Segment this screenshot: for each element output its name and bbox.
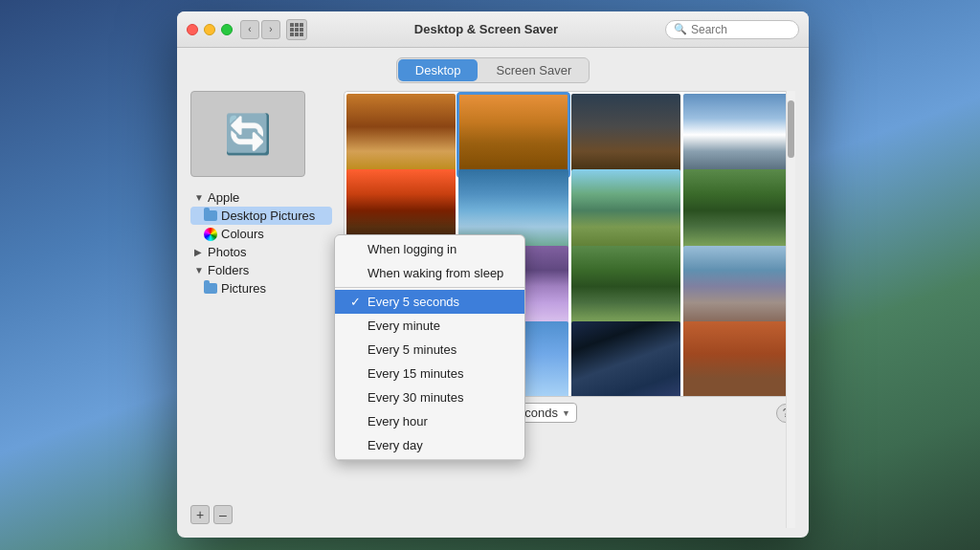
dropdown-item-5min[interactable]: Every 5 minutes — [335, 338, 524, 362]
close-button[interactable] — [187, 24, 198, 35]
search-icon: 🔍 — [674, 23, 687, 35]
dropdown-item-15min[interactable]: Every 15 minutes — [335, 362, 524, 385]
traffic-lights — [187, 24, 233, 35]
dropdown-item-30min[interactable]: Every 30 minutes — [335, 385, 524, 409]
maximize-button[interactable] — [221, 24, 233, 35]
scrollbar-track[interactable] — [786, 91, 795, 397]
grid-icon — [290, 23, 303, 36]
colours-label: Colours — [221, 227, 264, 241]
tree-item-pictures[interactable]: Pictures — [190, 279, 332, 297]
image-cell-2[interactable] — [458, 94, 568, 176]
dropdown-item-login[interactable]: When logging in — [335, 237, 524, 261]
color-wheel-icon — [204, 228, 217, 241]
dropdown-item-day[interactable]: Every day — [335, 433, 524, 457]
main-content: 🔄 ▼ Apple Desktop Pictures Colours ▶ — [177, 91, 809, 538]
dropdown-label-hour: Every hour — [368, 414, 428, 429]
dropdown-label-day: Every day — [368, 438, 423, 452]
tab-desktop[interactable]: Desktop — [398, 59, 479, 81]
nav-buttons: ‹ › — [240, 20, 280, 39]
dropdown-item-minute[interactable]: Every minute — [335, 314, 524, 338]
pictures-label: Pictures — [221, 281, 266, 296]
dropdown-label-5min: Every 5 minutes — [368, 342, 457, 357]
dropdown-label: When logging in — [368, 242, 457, 256]
image-cell-11[interactable] — [571, 246, 680, 328]
right-content: Change picture: Every 5 seconds ▼ ? Rand… — [344, 91, 795, 528]
forward-button[interactable]: › — [261, 20, 280, 39]
tree-item-colours[interactable]: Colours — [190, 225, 332, 243]
image-cell-12[interactable] — [683, 246, 792, 328]
window-title: Desktop & Screen Saver — [317, 22, 656, 36]
dropdown-label-15min: Every 15 minutes — [368, 366, 463, 381]
folders-label: Folders — [208, 263, 249, 277]
dropdown-label-minute: Every minute — [368, 319, 440, 333]
remove-button[interactable]: – — [213, 505, 233, 524]
photos-label: Photos — [208, 245, 246, 259]
folder-icon-pictures — [204, 283, 217, 294]
scrollbar-thumb[interactable] — [788, 100, 794, 158]
dropdown-section-1: When logging in When waking from sleep — [335, 235, 524, 288]
image-cell-15[interactable] — [571, 321, 680, 397]
apple-label: Apple — [208, 190, 239, 205]
arrow-icon: ▼ — [194, 192, 204, 203]
image-cell-7[interactable] — [571, 169, 680, 252]
sidebar: 🔄 ▼ Apple Desktop Pictures Colours ▶ — [190, 91, 332, 528]
image-cell-16[interactable] — [683, 321, 792, 397]
preview-icon: 🔄 — [224, 112, 272, 157]
dropdown-label-30min: Every 30 minutes — [368, 390, 463, 405]
preview-box: 🔄 — [190, 91, 305, 177]
search-box[interactable]: 🔍 — [665, 20, 799, 39]
search-input[interactable] — [691, 23, 791, 36]
tree-item-folders[interactable]: ▼ Folders — [190, 261, 332, 279]
arrow-icon-photos: ▶ — [194, 247, 204, 257]
image-cell-3[interactable] — [571, 94, 680, 176]
dropdown-label-wake: When waking from sleep — [368, 266, 503, 280]
grid-view-button[interactable] — [286, 19, 307, 40]
arrow-icon-folders: ▼ — [194, 265, 204, 275]
add-button[interactable]: + — [190, 505, 210, 524]
title-bar: ‹ › Desktop & Screen Saver 🔍 — [177, 11, 809, 48]
image-cell-1[interactable] — [346, 94, 456, 176]
dropdown-item-hour[interactable]: Every hour — [335, 409, 524, 433]
tree-section: ▼ Apple Desktop Pictures Colours ▶ Photo… — [190, 188, 332, 297]
tree-item-photos[interactable]: ▶ Photos — [190, 243, 332, 261]
image-cell-4[interactable] — [683, 94, 792, 176]
dropdown-label-5sec: Every 5 seconds — [368, 295, 459, 309]
back-button[interactable]: ‹ — [240, 20, 259, 39]
tree-item-desktop-pictures[interactable]: Desktop Pictures — [190, 207, 332, 225]
tree-item-apple[interactable]: ▼ Apple — [190, 188, 332, 207]
preferences-window: ‹ › Desktop & Screen Saver 🔍 Desktop Scr… — [177, 11, 809, 538]
dropdown-section-2: ✓ Every 5 seconds Every minute Every 5 m… — [335, 288, 524, 460]
minimize-button[interactable] — [204, 24, 215, 35]
folder-icon — [204, 210, 217, 221]
image-cell-8[interactable] — [683, 169, 792, 252]
desktop-pictures-label: Desktop Pictures — [221, 209, 315, 223]
tab-group: Desktop Screen Saver — [396, 57, 590, 83]
tab-bar: Desktop Screen Saver — [177, 48, 809, 91]
sidebar-bottom: + – — [190, 501, 332, 528]
tab-screen-saver[interactable]: Screen Saver — [479, 58, 589, 82]
dropdown-item-wake[interactable]: When waking from sleep — [335, 261, 524, 285]
dropdown-item-5sec[interactable]: ✓ Every 5 seconds — [335, 290, 524, 314]
chevron-down-icon: ▼ — [562, 408, 570, 418]
check-icon-5sec: ✓ — [350, 295, 362, 309]
dropdown-menu: When logging in When waking from sleep ✓… — [334, 234, 525, 461]
